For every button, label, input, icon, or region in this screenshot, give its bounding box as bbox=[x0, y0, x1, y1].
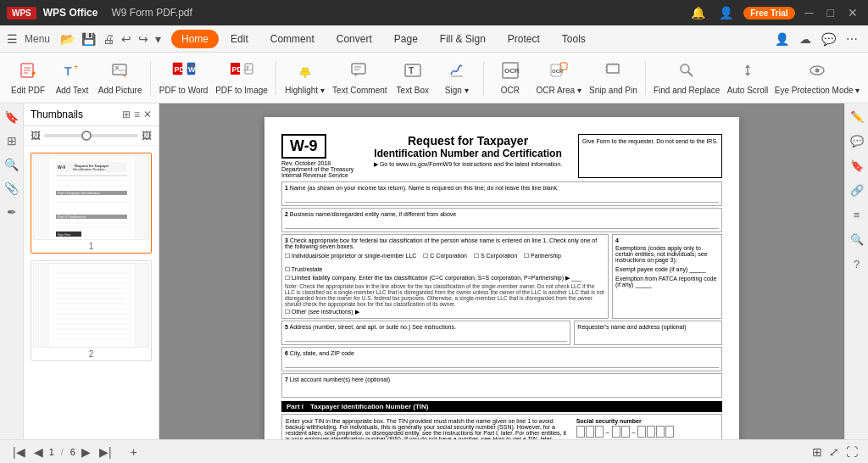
ocr-area-button[interactable]: OCR OCR Area ▾ bbox=[533, 55, 585, 101]
notification-icon[interactable]: 🔔 bbox=[687, 4, 709, 21]
tab-convert[interactable]: Convert bbox=[326, 30, 382, 48]
svg-text:→: → bbox=[242, 64, 250, 74]
redo-icon[interactable]: ↪ bbox=[135, 31, 152, 47]
help-right-icon[interactable]: ? bbox=[850, 254, 863, 274]
undo-icon[interactable]: ↩ bbox=[118, 31, 135, 47]
eye-protection-label: Eye Protection Mode ▾ bbox=[775, 86, 860, 95]
add-text-icon: T+ bbox=[63, 61, 81, 84]
close-icon[interactable]: ✕ bbox=[844, 4, 861, 21]
prev-page-button[interactable]: ◀ bbox=[31, 445, 46, 459]
edit-pdf-label: Edit PDF bbox=[11, 86, 45, 95]
menu-label[interactable]: Menu bbox=[25, 33, 50, 45]
pdf-to-word-button[interactable]: PDF→W0 PDF to Word bbox=[156, 55, 211, 101]
toolbar-sep-1 bbox=[150, 61, 151, 95]
thumbnails-list-icon[interactable]: ≡ bbox=[134, 109, 140, 120]
tab-home[interactable]: Home bbox=[171, 30, 219, 48]
search-left-icon[interactable]: 🔍 bbox=[1, 154, 22, 175]
svg-line-38 bbox=[688, 72, 693, 76]
edit-pdf-button[interactable]: Edit PDF bbox=[7, 55, 49, 101]
open-icon[interactable]: 📂 bbox=[57, 31, 78, 47]
text-box-button[interactable]: T Text Box bbox=[392, 55, 434, 101]
zoom-thumb bbox=[81, 131, 92, 141]
thumbnails-zoom-bar: 🖼 🖼 bbox=[24, 126, 159, 146]
free-trial-badge[interactable]: Free Trial bbox=[743, 7, 794, 20]
thumbnail-num-1: 1 bbox=[33, 242, 149, 251]
highlight-button[interactable]: Highlight ▾ bbox=[281, 55, 328, 101]
view-fit-icon[interactable]: ⤢ bbox=[829, 445, 839, 459]
text-comment-button[interactable]: Text Comment bbox=[330, 55, 390, 101]
cloud-icon[interactable]: ☁ bbox=[796, 31, 815, 47]
bookmark-right-icon[interactable]: 🔖 bbox=[847, 156, 867, 176]
snip-pin-button[interactable]: Snip and Pin bbox=[587, 55, 641, 101]
zoom-slider[interactable] bbox=[44, 134, 138, 137]
bookmark-icon[interactable]: 🔖 bbox=[1, 107, 22, 127]
app-logo: WPS bbox=[7, 7, 36, 20]
svg-point-37 bbox=[681, 64, 689, 73]
pdf-to-image-button[interactable]: PDF→ PDF to Image bbox=[213, 55, 270, 101]
bottom-right: ⊞ ⤢ ⛶ bbox=[812, 445, 858, 459]
zoom-right-icon[interactable]: 🔍 bbox=[847, 230, 867, 249]
thumbnail-page-1[interactable]: W-9 Request for Taxpayer Identification … bbox=[31, 153, 152, 254]
toolbar: Edit PDF T+ Add Text + Add Picture PDF→W… bbox=[0, 53, 868, 103]
tab-fill-sign[interactable]: Fill & Sign bbox=[430, 30, 496, 48]
ocr-button[interactable]: OCR OCR bbox=[489, 55, 531, 101]
thumbnails-grid-icon[interactable]: ⊞ bbox=[122, 109, 131, 120]
settings-icon[interactable]: ⋯ bbox=[843, 31, 861, 47]
svg-rect-21 bbox=[352, 64, 365, 74]
hamburger-icon[interactable]: ☰ bbox=[7, 32, 18, 46]
view-fullscreen-icon[interactable]: ⛶ bbox=[846, 445, 858, 459]
user-icon[interactable]: 👤 bbox=[715, 4, 737, 21]
tab-comment[interactable]: Comment bbox=[260, 30, 325, 48]
snip-pin-label: Snip and Pin bbox=[589, 86, 637, 95]
thumbnail-img-1: W-9 Request for Taxpayer Identification … bbox=[33, 155, 149, 240]
add-text-button[interactable]: T+ Add Text bbox=[51, 55, 93, 101]
chat-icon[interactable]: 💬 bbox=[818, 31, 839, 47]
add-picture-button[interactable]: + Add Picture bbox=[95, 55, 145, 101]
edit-right-icon[interactable]: ✏️ bbox=[847, 107, 867, 126]
highlight-icon bbox=[296, 61, 314, 84]
last-page-button[interactable]: ▶| bbox=[97, 445, 114, 459]
text-comment-label: Text Comment bbox=[332, 86, 387, 95]
view-grid-icon[interactable]: ⊞ bbox=[812, 445, 822, 459]
page-navigation: |◀ ◀ 1 / 6 ▶ ▶| bbox=[10, 445, 114, 459]
save-icon[interactable]: 💾 bbox=[78, 31, 99, 47]
zoom-out-icon[interactable]: 🖼 bbox=[31, 130, 41, 142]
text-right-icon[interactable]: ≡ bbox=[850, 205, 864, 225]
signature-left-icon[interactable]: ✒ bbox=[3, 202, 20, 222]
tab-tools[interactable]: Tools bbox=[552, 30, 596, 48]
eye-protection-button[interactable]: Eye Protection Mode ▾ bbox=[773, 55, 861, 101]
comment-right-icon[interactable]: 💬 bbox=[847, 131, 867, 151]
pdf-page: W-9 Rev. October 2018 Department of the … bbox=[264, 117, 739, 439]
part1-title: Taxpayer Identification Number (TIN) bbox=[310, 403, 428, 410]
tab-edit[interactable]: Edit bbox=[220, 30, 259, 48]
pdf-viewer[interactable]: W-9 Rev. October 2018 Department of the … bbox=[159, 103, 844, 439]
first-page-button[interactable]: |◀ bbox=[10, 445, 28, 459]
print-icon[interactable]: 🖨 bbox=[99, 31, 118, 47]
share-icon[interactable]: 👤 bbox=[771, 31, 793, 47]
minimize-icon[interactable]: ─ bbox=[802, 4, 817, 21]
next-page-button[interactable]: ▶ bbox=[79, 445, 93, 459]
annotation-icon[interactable]: 📎 bbox=[1, 178, 22, 198]
tab-protect[interactable]: Protect bbox=[498, 30, 550, 48]
find-replace-button[interactable]: Find and Replace bbox=[651, 55, 722, 101]
dropdown-icon[interactable]: ▾ bbox=[152, 31, 164, 47]
thumbnails-close-icon[interactable]: ✕ bbox=[143, 109, 152, 120]
add-picture-icon: + bbox=[111, 61, 130, 84]
bottom-bar: |◀ ◀ 1 / 6 ▶ ▶| + ⊞ ⤢ ⛶ bbox=[0, 439, 868, 463]
svg-text:+: + bbox=[74, 63, 78, 71]
maximize-icon[interactable]: □ bbox=[824, 4, 837, 21]
link-right-icon[interactable]: 🔗 bbox=[847, 181, 867, 200]
auto-scroll-button[interactable]: Auto Scroll bbox=[724, 55, 771, 101]
total-pages: 6 bbox=[70, 447, 75, 457]
svg-point-19 bbox=[247, 65, 249, 68]
sign-button[interactable]: Sign ▾ bbox=[436, 55, 478, 101]
thumbnail-icon[interactable]: ⊞ bbox=[3, 131, 20, 151]
ocr-icon: OCR bbox=[501, 61, 520, 84]
thumbnail-page-2[interactable]: 2 bbox=[31, 260, 152, 361]
zoom-in-icon[interactable]: 🖼 bbox=[142, 130, 152, 142]
tab-page[interactable]: Page bbox=[384, 30, 428, 48]
nav-bar: ☰ Menu 📂 💾 🖨 ↩ ↪ ▾ Home Edit Comment Con… bbox=[0, 25, 868, 53]
page-separator: / bbox=[61, 447, 64, 457]
add-page-button[interactable]: + bbox=[128, 445, 140, 459]
auto-scroll-label: Auto Scroll bbox=[727, 86, 768, 95]
